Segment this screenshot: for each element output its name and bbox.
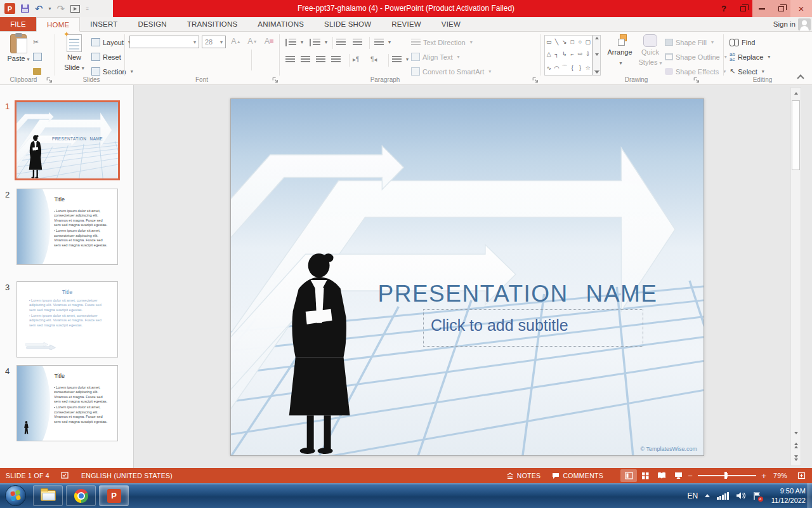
shape-right-arrow-icon[interactable]: ⇨ (576, 48, 584, 61)
tab-review[interactable]: REVIEW (381, 17, 431, 31)
normal-view-button[interactable] (620, 469, 637, 482)
redo-icon[interactable]: ↷ (57, 4, 65, 13)
help-button[interactable]: ? (714, 0, 733, 17)
reading-view-button[interactable] (653, 469, 670, 482)
clipboard-dialog-launcher[interactable] (46, 76, 53, 83)
language-indicator[interactable]: ENGLISH (UNITED STATES) (75, 468, 178, 483)
start-slideshow-icon[interactable] (70, 5, 80, 13)
scrollbar-thumb[interactable] (792, 100, 800, 170)
paste-button[interactable]: Paste (3, 34, 34, 64)
action-center-flag-icon[interactable]: × (753, 491, 762, 500)
shapes-gallery[interactable]: ▭ ╲ ↘ □ ○ ▢ △ ┐ ↳ ⌐ ⇨ ⇩ ∿ ◠ ⌒ { } ☆ (544, 35, 593, 76)
tab-slideshow[interactable]: SLIDE SHOW (314, 17, 381, 31)
tab-view[interactable]: VIEW (431, 17, 471, 31)
tray-clock[interactable]: 9:50 AM 11/12/2022 (771, 486, 806, 505)
taskbar-powerpoint-button[interactable]: P (99, 485, 129, 506)
shape-down-arrow-icon[interactable]: ⇩ (584, 48, 592, 61)
show-hidden-icons-button[interactable] (705, 494, 710, 497)
bullets-button[interactable] (285, 36, 303, 49)
sign-in-link[interactable]: Sign in (773, 17, 796, 32)
shape-outline-button[interactable]: Shape Outline (665, 50, 727, 64)
shape-arc-icon[interactable]: ◠ (553, 60, 560, 75)
align-center-button[interactable] (301, 53, 310, 66)
arrange-button[interactable]: Arrange (604, 34, 636, 67)
shape-scribble-icon[interactable]: ∿ (545, 60, 553, 75)
cut-button[interactable]: ✂ (33, 36, 39, 49)
quick-styles-button[interactable]: Quick Styles (634, 34, 666, 67)
copy-button[interactable] (33, 50, 42, 64)
grow-font-button[interactable]: A▲ (230, 35, 242, 48)
account-avatar-icon[interactable] (798, 18, 811, 30)
drawing-dialog-launcher[interactable] (693, 76, 700, 83)
shape-star-icon[interactable]: ☆ (584, 60, 592, 75)
next-slide-button[interactable] (791, 453, 801, 463)
slide-thumbnail-2[interactable]: Title Lorem ipsum dolor sit amet, consec… (16, 189, 118, 265)
volume-icon[interactable] (736, 491, 746, 500)
shape-bracket-icon[interactable]: ⌐ (568, 48, 576, 61)
start-button[interactable] (5, 485, 26, 506)
justify-button[interactable] (331, 53, 341, 66)
align-text-button[interactable]: Align Text (411, 50, 460, 64)
shape-brace-right-icon[interactable]: } (576, 60, 584, 75)
rtl-direction-button[interactable]: ¶◂ (370, 53, 377, 66)
restore-button[interactable] (771, 0, 790, 17)
font-dialog-launcher[interactable] (272, 76, 278, 83)
slide-thumbnail-1[interactable]: PRESENTATION NAME (15, 100, 120, 180)
fit-slide-to-window-button[interactable] (793, 469, 809, 482)
tab-home[interactable]: HOME (36, 17, 80, 32)
zoom-out-button[interactable]: − (686, 471, 694, 481)
shape-brace-left-icon[interactable]: { (568, 60, 576, 75)
slideshow-view-button[interactable] (670, 469, 686, 482)
zoom-in-button[interactable]: + (760, 471, 768, 481)
qat-customize-icon[interactable]: = (86, 6, 89, 11)
shrink-font-button[interactable]: A▼ (246, 35, 259, 48)
undo-icon[interactable]: ↶ (35, 4, 43, 13)
ltr-direction-button[interactable]: ▸¶ (353, 53, 359, 66)
slide-subtitle-placeholder[interactable]: Click to add subtitle (423, 309, 643, 347)
close-button[interactable]: × (790, 0, 812, 17)
minimize-button[interactable] (752, 0, 771, 17)
shape-textbox-icon[interactable]: ▭ (545, 36, 553, 48)
comments-button[interactable]: COMMENTS (546, 468, 609, 483)
decrease-indent-button[interactable] (336, 36, 346, 49)
ribbon-display-options-button[interactable] (733, 0, 752, 17)
columns-button[interactable] (392, 53, 409, 66)
zoom-slider[interactable] (698, 475, 756, 476)
text-direction-button[interactable]: Text Direction (411, 36, 473, 49)
shape-curve-icon[interactable]: ⌒ (561, 60, 568, 75)
increase-indent-button[interactable] (353, 36, 362, 49)
replace-button[interactable]: abac Replace (730, 50, 770, 64)
spell-check-button[interactable] (55, 468, 75, 483)
slide-canvas[interactable]: PRESENTATION NAME Click to add subtitle … (230, 98, 704, 456)
shape-line-icon[interactable]: ╲ (553, 36, 560, 48)
tab-insert[interactable]: INSERT (80, 17, 128, 31)
shape-rectangle-icon[interactable]: □ (568, 36, 576, 48)
scroll-down-button[interactable] (791, 428, 801, 438)
vertical-scrollbar[interactable] (790, 87, 801, 466)
language-tray-indicator[interactable]: EN (688, 491, 698, 500)
clear-formatting-button[interactable]: A (263, 35, 275, 48)
shape-triangle-icon[interactable]: △ (545, 48, 553, 61)
shape-arrow-icon[interactable]: ↘ (561, 36, 568, 48)
find-button[interactable]: Find (730, 36, 755, 49)
tab-file[interactable]: FILE (0, 17, 36, 31)
shape-oval-icon[interactable]: ○ (576, 36, 584, 48)
notes-button[interactable]: NOTES (501, 468, 547, 483)
shape-elbow-arrow-icon[interactable]: ↳ (561, 48, 568, 61)
slide-thumbnail-3[interactable]: Title Lorem ipsum dolor sit amet, consec… (16, 281, 118, 358)
slide-sorter-view-button[interactable] (637, 469, 653, 482)
tab-design[interactable]: DESIGN (128, 17, 176, 31)
zoom-level[interactable]: 79% (768, 468, 793, 483)
show-desktop-button[interactable] (808, 483, 812, 508)
network-icon[interactable] (717, 492, 729, 500)
slide-indicator[interactable]: SLIDE 1 OF 4 (0, 468, 55, 483)
paragraph-dialog-launcher[interactable] (532, 76, 539, 83)
taskbar-chrome-button[interactable] (66, 485, 96, 506)
numbering-button[interactable] (310, 36, 327, 49)
slide-title-placeholder[interactable]: PRESENTATION NAME (369, 281, 667, 307)
tab-transitions[interactable]: TRANSITIONS (177, 17, 248, 31)
font-name-combobox[interactable]: ▾ (129, 36, 199, 48)
align-left-button[interactable] (285, 53, 295, 66)
powerpoint-logo-icon[interactable]: P (4, 3, 15, 14)
shapes-gallery-scrollbar[interactable] (593, 35, 601, 76)
